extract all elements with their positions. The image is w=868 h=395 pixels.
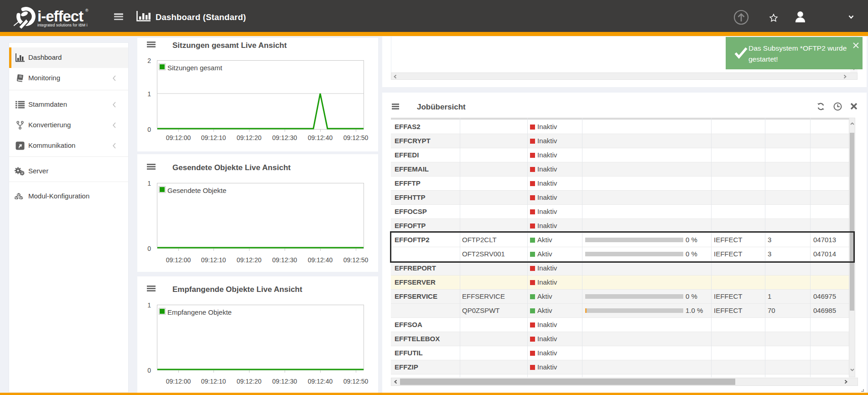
svg-text:integrated solutions for IBM i: integrated solutions for IBM i xyxy=(37,23,88,27)
svg-text:i-effect: i-effect xyxy=(37,8,83,25)
svg-text:®: ® xyxy=(85,8,88,13)
